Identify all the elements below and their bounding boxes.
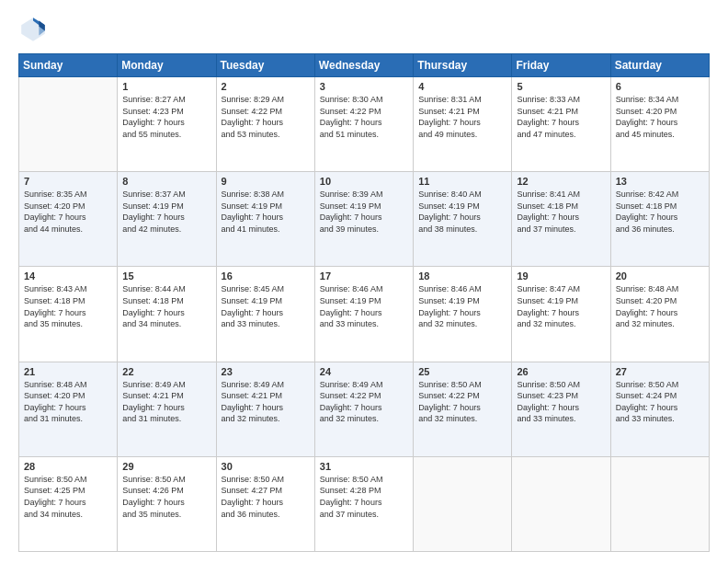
day-number: 20 [616, 270, 704, 282]
calendar-cell: 21Sunrise: 8:48 AMSunset: 4:20 PMDayligh… [19, 362, 118, 456]
calendar-cell: 8Sunrise: 8:37 AMSunset: 4:19 PMDaylight… [118, 172, 216, 267]
day-info: Sunrise: 8:50 AMSunset: 4:26 PMDaylight:… [122, 474, 210, 520]
calendar-cell: 4Sunrise: 8:31 AMSunset: 4:21 PMDaylight… [414, 77, 512, 172]
day-info: Sunrise: 8:50 AMSunset: 4:22 PMDaylight:… [418, 379, 506, 425]
calendar-cell: 18Sunrise: 8:46 AMSunset: 4:19 PMDayligh… [414, 267, 512, 362]
day-info: Sunrise: 8:31 AMSunset: 4:21 PMDaylight:… [418, 94, 506, 140]
calendar-cell: 2Sunrise: 8:29 AMSunset: 4:22 PMDaylight… [216, 77, 314, 172]
day-info: Sunrise: 8:37 AMSunset: 4:19 PMDaylight:… [122, 189, 210, 235]
day-number: 3 [320, 81, 408, 92]
day-header-saturday: Saturday [610, 54, 709, 77]
day-number: 30 [222, 461, 310, 472]
day-number: 5 [517, 81, 605, 92]
day-number: 10 [320, 176, 408, 187]
calendar-cell: 6Sunrise: 8:34 AMSunset: 4:20 PMDaylight… [610, 77, 709, 172]
day-number: 26 [517, 366, 605, 377]
calendar-week-row: 7Sunrise: 8:35 AMSunset: 4:20 PMDaylight… [19, 172, 710, 267]
day-number: 4 [418, 81, 506, 92]
calendar-cell: 29Sunrise: 8:50 AMSunset: 4:26 PMDayligh… [118, 456, 216, 551]
day-number: 12 [517, 176, 605, 187]
day-number: 11 [418, 176, 506, 187]
calendar-cell: 9Sunrise: 8:38 AMSunset: 4:19 PMDaylight… [216, 172, 314, 267]
calendar-cell: 5Sunrise: 8:33 AMSunset: 4:21 PMDaylight… [512, 77, 610, 172]
header [18, 15, 710, 44]
logo [18, 15, 51, 44]
calendar-cell: 19Sunrise: 8:47 AMSunset: 4:19 PMDayligh… [512, 267, 610, 362]
day-number: 27 [616, 366, 704, 377]
day-number: 1 [122, 81, 210, 92]
day-info: Sunrise: 8:49 AMSunset: 4:21 PMDaylight:… [222, 379, 310, 425]
day-info: Sunrise: 8:43 AMSunset: 4:18 PMDaylight:… [24, 283, 112, 329]
calendar-cell [512, 456, 610, 551]
day-header-sunday: Sunday [19, 54, 118, 77]
day-number: 18 [418, 270, 506, 282]
calendar-header-row: SundayMondayTuesdayWednesdayThursdayFrid… [19, 54, 710, 77]
calendar-cell: 25Sunrise: 8:50 AMSunset: 4:22 PMDayligh… [414, 362, 512, 456]
day-info: Sunrise: 8:50 AMSunset: 4:24 PMDaylight:… [616, 379, 704, 425]
calendar-cell: 24Sunrise: 8:49 AMSunset: 4:22 PMDayligh… [314, 362, 413, 456]
calendar-cell [610, 456, 709, 551]
day-number: 24 [320, 366, 408, 377]
day-number: 22 [122, 366, 210, 377]
calendar-cell: 1Sunrise: 8:27 AMSunset: 4:23 PMDaylight… [118, 77, 216, 172]
day-info: Sunrise: 8:40 AMSunset: 4:19 PMDaylight:… [418, 189, 506, 235]
calendar-week-row: 1Sunrise: 8:27 AMSunset: 4:23 PMDaylight… [19, 77, 710, 172]
day-info: Sunrise: 8:42 AMSunset: 4:18 PMDaylight:… [616, 189, 704, 235]
calendar-cell: 17Sunrise: 8:46 AMSunset: 4:19 PMDayligh… [314, 267, 413, 362]
day-number: 31 [320, 461, 408, 472]
day-header-wednesday: Wednesday [314, 54, 413, 77]
calendar-cell: 16Sunrise: 8:45 AMSunset: 4:19 PMDayligh… [216, 267, 314, 362]
day-header-tuesday: Tuesday [216, 54, 314, 77]
day-number: 2 [222, 81, 310, 92]
day-number: 29 [122, 461, 210, 472]
day-number: 9 [222, 176, 310, 187]
day-info: Sunrise: 8:45 AMSunset: 4:19 PMDaylight:… [222, 283, 310, 329]
day-number: 16 [222, 270, 310, 282]
calendar-cell: 26Sunrise: 8:50 AMSunset: 4:23 PMDayligh… [512, 362, 610, 456]
calendar-week-row: 14Sunrise: 8:43 AMSunset: 4:18 PMDayligh… [19, 267, 710, 362]
page: SundayMondayTuesdayWednesdayThursdayFrid… [0, 0, 728, 563]
day-number: 6 [616, 81, 704, 92]
calendar: SundayMondayTuesdayWednesdayThursdayFrid… [18, 53, 710, 552]
day-number: 19 [517, 270, 605, 282]
day-info: Sunrise: 8:35 AMSunset: 4:20 PMDaylight:… [24, 189, 112, 235]
day-info: Sunrise: 8:47 AMSunset: 4:19 PMDaylight:… [517, 283, 605, 329]
day-info: Sunrise: 8:41 AMSunset: 4:18 PMDaylight:… [517, 189, 605, 235]
calendar-week-row: 28Sunrise: 8:50 AMSunset: 4:25 PMDayligh… [19, 456, 710, 551]
calendar-cell: 13Sunrise: 8:42 AMSunset: 4:18 PMDayligh… [610, 172, 709, 267]
calendar-week-row: 21Sunrise: 8:48 AMSunset: 4:20 PMDayligh… [19, 362, 710, 456]
day-number: 23 [222, 366, 310, 377]
calendar-cell: 15Sunrise: 8:44 AMSunset: 4:18 PMDayligh… [118, 267, 216, 362]
calendar-cell: 31Sunrise: 8:50 AMSunset: 4:28 PMDayligh… [314, 456, 413, 551]
calendar-cell: 20Sunrise: 8:48 AMSunset: 4:20 PMDayligh… [610, 267, 709, 362]
calendar-cell: 28Sunrise: 8:50 AMSunset: 4:25 PMDayligh… [19, 456, 118, 551]
day-info: Sunrise: 8:44 AMSunset: 4:18 PMDaylight:… [122, 283, 210, 329]
calendar-cell [19, 77, 118, 172]
day-info: Sunrise: 8:34 AMSunset: 4:20 PMDaylight:… [616, 94, 704, 140]
day-header-friday: Friday [512, 54, 610, 77]
calendar-cell: 14Sunrise: 8:43 AMSunset: 4:18 PMDayligh… [19, 267, 118, 362]
day-info: Sunrise: 8:50 AMSunset: 4:25 PMDaylight:… [24, 474, 112, 520]
calendar-cell: 10Sunrise: 8:39 AMSunset: 4:19 PMDayligh… [314, 172, 413, 267]
calendar-cell: 12Sunrise: 8:41 AMSunset: 4:18 PMDayligh… [512, 172, 610, 267]
calendar-cell: 27Sunrise: 8:50 AMSunset: 4:24 PMDayligh… [610, 362, 709, 456]
calendar-cell [414, 456, 512, 551]
calendar-cell: 22Sunrise: 8:49 AMSunset: 4:21 PMDayligh… [118, 362, 216, 456]
day-info: Sunrise: 8:49 AMSunset: 4:21 PMDaylight:… [122, 379, 210, 425]
calendar-cell: 23Sunrise: 8:49 AMSunset: 4:21 PMDayligh… [216, 362, 314, 456]
day-number: 28 [24, 461, 112, 472]
day-info: Sunrise: 8:38 AMSunset: 4:19 PMDaylight:… [222, 189, 310, 235]
day-number: 25 [418, 366, 506, 377]
calendar-cell: 11Sunrise: 8:40 AMSunset: 4:19 PMDayligh… [414, 172, 512, 267]
day-header-monday: Monday [118, 54, 216, 77]
day-info: Sunrise: 8:27 AMSunset: 4:23 PMDaylight:… [122, 94, 210, 140]
calendar-cell: 7Sunrise: 8:35 AMSunset: 4:20 PMDaylight… [19, 172, 118, 267]
logo-icon [18, 15, 48, 44]
calendar-cell: 3Sunrise: 8:30 AMSunset: 4:22 PMDaylight… [314, 77, 413, 172]
day-info: Sunrise: 8:48 AMSunset: 4:20 PMDaylight:… [616, 283, 704, 329]
day-info: Sunrise: 8:50 AMSunset: 4:28 PMDaylight:… [320, 474, 408, 520]
day-info: Sunrise: 8:50 AMSunset: 4:23 PMDaylight:… [517, 379, 605, 425]
day-info: Sunrise: 8:48 AMSunset: 4:20 PMDaylight:… [24, 379, 112, 425]
day-info: Sunrise: 8:46 AMSunset: 4:19 PMDaylight:… [418, 283, 506, 329]
day-info: Sunrise: 8:50 AMSunset: 4:27 PMDaylight:… [222, 474, 310, 520]
